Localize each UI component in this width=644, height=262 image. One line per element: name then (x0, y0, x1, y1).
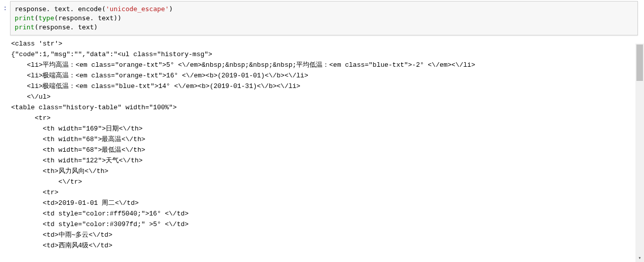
code-line-2: print(type(response. text)) (15, 14, 633, 23)
output-line: <td style="color:#ff5040;">16° <\/td> (11, 210, 189, 217)
output-line: <li>平均高温：<em class="orange-txt">5° <\/em… (11, 61, 475, 69)
output-line: <tr> (11, 189, 59, 196)
output-line: <th>风力风向<\/th> (11, 167, 108, 175)
vertical-scrollbar[interactable]: ▾ (635, 43, 644, 262)
output-line: <li>极端低温：<em class="blue-txt">14° <\/em>… (11, 82, 300, 90)
input-prompt: : (0, 1, 7, 35)
output-cell: <class 'str'> {"code":1,"msg":"","data":… (0, 37, 644, 251)
scrollbar-thumb[interactable] (636, 45, 643, 81)
output-line: <th width="68">最低温<\/th> (11, 146, 145, 154)
output-line: <li>极端高温：<em class="orange-txt">16° <\/e… (11, 72, 308, 79)
output-line: <class 'str'> (11, 40, 62, 48)
code-input-area[interactable]: response. text. encode('unicode_escape')… (10, 1, 638, 35)
output-line: <\/ul> (11, 93, 51, 101)
output-gutter (0, 37, 10, 251)
output-body: <class 'str'> {"code":1,"msg":"","data":… (10, 37, 644, 251)
scroll-down-button[interactable]: ▾ (635, 253, 644, 262)
output-line: <th width="122">天气<\/th> (11, 157, 143, 164)
chevron-down-icon: ▾ (638, 255, 641, 261)
output-line: <td>西南风4级<\/td> (11, 242, 112, 249)
output-line: <td>中雨~多云<\/td> (11, 231, 112, 239)
output-line: <\/tr> (11, 178, 82, 186)
output-line: <table class="history-table" width="100%… (11, 104, 177, 111)
output-line: <th width="169">日期<\/th> (11, 125, 143, 133)
code-cell: : response. text. encode('unicode_escape… (0, 1, 644, 35)
output-line: {"code":1,"msg":"","data":"<ul class="hi… (11, 51, 212, 58)
output-line: <td>2019-01-01 周二<\/td> (11, 199, 139, 207)
output-line: <td style="color:#3097fd;" >5° <\/td> (11, 221, 189, 228)
code-line-1: response. text. encode('unicode_escape') (15, 5, 633, 14)
output-line: <tr> (11, 114, 51, 122)
code-line-3: print(response. text) (15, 23, 633, 32)
notebook-viewport: : response. text. encode('unicode_escape… (0, 0, 644, 262)
output-line: <th width="68">最高温<\/th> (11, 136, 145, 143)
output-text[interactable]: <class 'str'> {"code":1,"msg":"","data":… (10, 38, 644, 251)
